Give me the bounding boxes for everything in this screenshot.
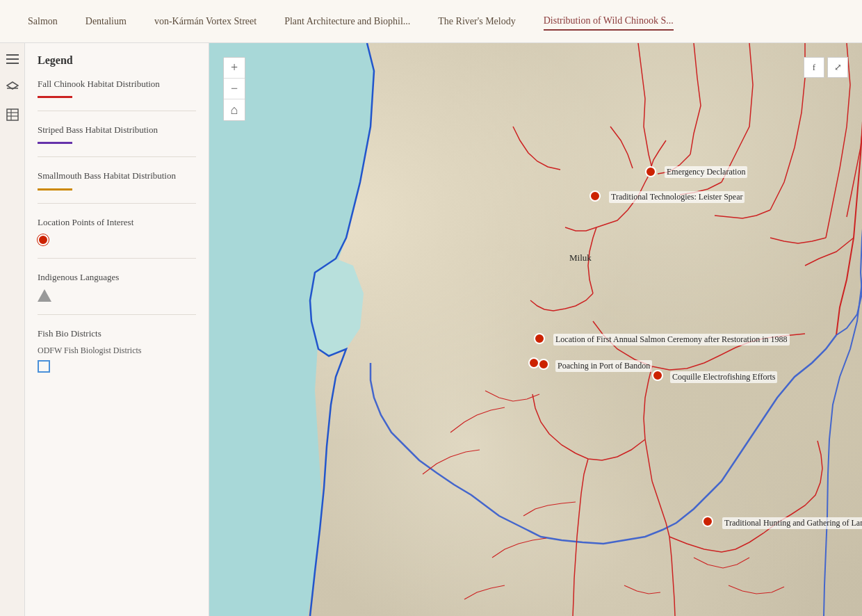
home-button[interactable]: ⌂ [224,99,245,120]
river-south-2 [669,537,675,616]
river-extra-7 [523,502,576,516]
river-south-1 [573,459,588,616]
point-coquille-electrofishing[interactable] [653,371,662,380]
legend-smallmouth-bass: Smallmouth Bass Habitat Distribution [38,170,196,203]
river-north-3 [722,43,753,182]
trib-1 [658,154,690,174]
estuary-area [310,259,364,356]
map-svg-layer [209,43,862,616]
svg-rect-2 [6,63,19,64]
river-extra-2 [450,407,505,432]
river-n-conn-2 [651,140,666,168]
river-extra-5 [729,585,784,594]
legend-smallmouth-bass-label: Smallmouth Bass Habitat Distribution [38,170,196,182]
legend-indigenous-label: Indigenous Languages [38,271,196,284]
river-lower-2 [722,334,805,355]
river-coquille [588,227,596,293]
nav-salmon[interactable]: Salmon [28,13,58,30]
sidebar-icon-panel [0,43,25,616]
legend-fish-bio: Fish Bio Districts ODFW Fish Biologist D… [38,327,196,385]
river-extra-9 [464,585,505,599]
river-lower-5 [576,439,645,460]
legend-panel: Legend Fall Chinook Habitat Distribution… [25,43,209,616]
svg-rect-1 [6,58,19,60]
legend-fall-chinook-line [38,96,72,98]
main-layout: Legend Fall Chinook Habitat Distribution… [0,43,862,616]
river-lower-6 [532,394,576,453]
trib-4 [770,238,826,243]
river-tributary-1 [805,238,854,266]
river-extra-1 [485,391,539,401]
nav-dentalium[interactable]: Dentalium [86,13,127,30]
legend-indigenous-triangle [38,289,51,302]
legend-striped-bass: Striped Bass Habitat Distribution [38,124,196,157]
zoom-out-button[interactable]: − [224,79,245,99]
river-lower-3 [644,366,652,481]
facebook-share-button[interactable]: f [804,57,824,78]
map-controls: + − ⌂ [223,57,245,121]
svg-rect-0 [6,54,19,56]
river-lower-4 [652,481,669,537]
legend-indigenous: Indigenous Languages [38,271,196,315]
legend-title: Legend [38,54,196,67]
river-n-conn-1 [610,127,633,168]
point-lamprey-hunting[interactable] [703,517,713,526]
nav-vortex[interactable]: von-Kármán Vortex Street [154,13,257,30]
nav-plant[interactable]: Plant Architecture and Biophil... [284,13,410,30]
legend-fall-chinook-label: Fall Chinook Habitat Distribution [38,78,196,90]
layers-icon[interactable] [5,79,20,95]
blue-river-right [824,266,862,616]
point-emergency-declaration[interactable] [646,167,656,177]
legend-smallmouth-bass-line [38,188,72,191]
river-extra-8 [492,538,546,558]
river-lower-1 [593,321,722,370]
river-north-4 [770,43,805,210]
legend-fall-chinook: Fall Chinook Habitat Distribution [38,78,196,111]
legend-fish-bio-square [38,360,50,373]
legend-location-label: Location Points of Interest [38,216,196,229]
expand-button[interactable]: ⤢ [827,57,848,78]
river-mid-1 [565,172,651,231]
point-poaching-bandon-1[interactable] [529,358,539,368]
river-extra-6 [624,585,660,594]
point-poaching-bandon-2[interactable] [539,359,548,369]
table-icon[interactable] [5,107,20,122]
main-river-blue [371,335,836,544]
river-right-main [836,43,862,335]
trib-2 [680,182,722,195]
legend-striped-bass-label: Striped Bass Habitat Distribution [38,124,196,136]
point-traditional-tech[interactable] [590,191,600,201]
map-area[interactable]: Emergency Declaration Traditional Techno… [209,43,862,616]
trib-3 [715,210,770,218]
river-lower-coquille [530,293,593,311]
river-extra-3 [423,450,480,474]
menu-icon[interactable] [5,51,20,67]
nav-wild-chinook[interactable]: Distribution of Wild Chinook S... [544,13,674,31]
river-extra-4 [694,558,749,568]
river-north-1 [638,43,652,172]
nav-river-melody[interactable]: The River's Melody [438,13,515,30]
point-salmon-ceremony[interactable] [535,334,544,343]
river-south-3 [669,523,777,552]
river-north-2 [690,43,701,154]
legend-striped-bass-line [38,142,72,144]
legend-fish-bio-sublabel: ODFW Fish Biologist Districts [38,346,196,356]
legend-location-points: Location Points of Interest [38,216,196,259]
zoom-in-button[interactable]: + [224,58,245,79]
map-top-right-controls: f ⤢ [804,57,848,78]
legend-location-dot [38,234,49,245]
river-south-4 [777,441,822,523]
legend-fish-bio-label: Fish Bio Districts [38,327,196,340]
top-navigation: Salmon Dentalium von-Kármán Vortex Stree… [0,0,862,43]
river-n-conn-3 [513,127,560,170]
svg-rect-5 [7,109,18,120]
